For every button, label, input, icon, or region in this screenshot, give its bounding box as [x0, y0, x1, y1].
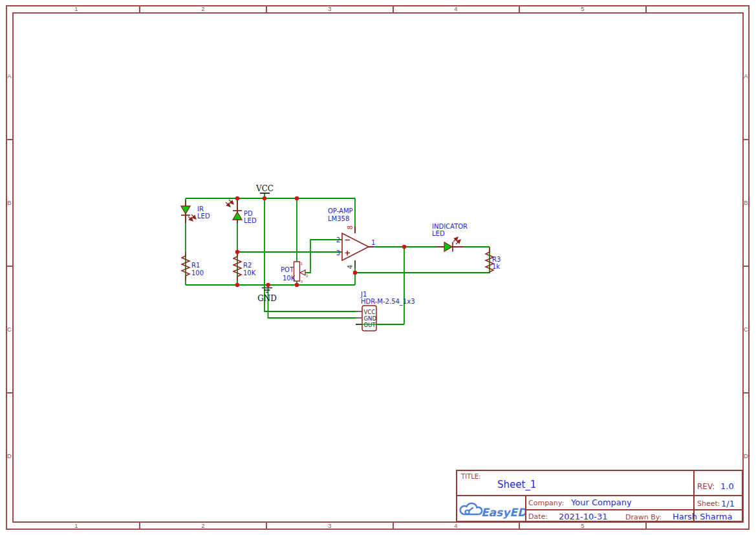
frame-column-labels: 1 2 3 4 5 1 2 3 4 5	[74, 5, 584, 529]
pot-pin3: 3	[301, 280, 303, 284]
ir-led-ref: IR	[197, 205, 204, 213]
cloud-icon	[460, 503, 482, 514]
pd-led-ref: PD	[244, 210, 253, 217]
sheet-value[interactable]: 1/1	[721, 499, 735, 509]
rev-value[interactable]: 1.0	[720, 481, 734, 491]
sheet-title[interactable]: Sheet_1	[497, 479, 536, 490]
opamp-ref: OP-AMP	[328, 207, 353, 215]
drawn-by-label: Drawn By:	[625, 513, 662, 521]
frame-col-bottom: 2	[201, 522, 204, 529]
r2-ref: R2	[243, 262, 252, 269]
frame-col-top: 1	[74, 5, 78, 12]
divider	[525, 495, 526, 521]
j1-value: HDR-M-2.54_1x3	[361, 298, 415, 306]
pd-led[interactable]: PD LED	[226, 200, 257, 224]
frame-row-left: A	[7, 72, 12, 79]
r3-value: 1k	[492, 263, 500, 270]
frame-col-bottom: 1	[74, 522, 78, 529]
schematic-canvas[interactable]: 1 2 3 4 5 1 2 3 4 5 A B C D A B C D	[0, 0, 756, 535]
ir-led-value: LED	[197, 213, 210, 220]
gnd-label: GND	[257, 294, 277, 303]
pin-stubs	[186, 200, 464, 324]
opamp-pin3: 3	[336, 249, 340, 257]
date-value[interactable]: 2021-10-31	[559, 512, 608, 521]
frame-row-right: B	[744, 199, 748, 206]
vcc-label: VCC	[255, 184, 274, 193]
frame-col-bottom: 3	[328, 522, 331, 529]
opamp-pin8: 8	[347, 226, 354, 229]
frame-col-top: 4	[454, 5, 457, 12]
j1-ref: J1	[360, 291, 367, 298]
schematic-sheet: 1 2 3 4 5 1 2 3 4 5 A B C D A B C D	[0, 0, 756, 535]
r2-value: 10K	[243, 269, 256, 277]
date-label: Date:	[528, 512, 548, 521]
opamp-lm358[interactable]: OP-AMP LM358 2 3 1 8 4	[328, 207, 375, 269]
rev-label: REV:	[697, 482, 715, 491]
indicator-led-value: LED	[432, 230, 445, 237]
sheet-frame	[6, 6, 749, 529]
logo-text: EasyEDA	[481, 506, 525, 519]
divider	[525, 509, 742, 510]
wire-gnd-to-j1	[268, 285, 356, 318]
frame-row-labels: A B C D A B C D	[7, 72, 748, 459]
frame-row-left: C	[7, 326, 12, 333]
j1-pin-vcc: VCC	[364, 309, 376, 315]
opamp-pin2: 2	[336, 236, 340, 244]
frame-row-right: D	[744, 452, 748, 459]
company-value[interactable]: Your Company	[571, 498, 632, 507]
title-block: TITLE: Sheet_1 REV: 1.0 Company: Your Co…	[456, 470, 743, 522]
r3-ref: R3	[492, 256, 501, 263]
receive-arrows-icon	[226, 200, 233, 207]
frame-col-bottom: 5	[581, 522, 584, 529]
pot-ref: POT	[281, 266, 294, 273]
vcc-net-flag[interactable]: VCC	[255, 184, 274, 193]
frame-row-left: D	[7, 452, 12, 459]
company-label: Company:	[528, 499, 564, 507]
gnd-net-flag[interactable]: GND	[257, 288, 277, 304]
frame-row-right: A	[744, 72, 748, 79]
easyeda-logo: EasyEDA	[459, 498, 525, 521]
sheet-label: Sheet:	[697, 499, 720, 508]
opamp-pin4: 4	[347, 265, 354, 269]
resistor-r3[interactable]: R3 1k	[486, 248, 501, 273]
j1-pin-gnd: GND	[364, 315, 377, 322]
junction-dots	[235, 196, 406, 287]
frame-col-bottom: 4	[454, 522, 457, 529]
emit-arrows-icon	[453, 237, 460, 244]
indicator-led-ref: INDICATOR	[432, 223, 468, 230]
frame-row-left: B	[7, 199, 11, 206]
r1-ref: R1	[191, 262, 200, 269]
opamp-value: LM358	[328, 215, 349, 222]
frame-col-top: 3	[328, 5, 331, 12]
frame-col-top: 5	[581, 5, 584, 12]
pot-pin2: 2	[306, 274, 308, 278]
opamp-pin1: 1	[371, 239, 375, 246]
frame-row-right: C	[744, 326, 748, 333]
pot-value: 10K	[283, 275, 296, 282]
pd-led-value: LED	[244, 217, 257, 224]
potentiometer[interactable]: 1 2 3 POT 10K	[281, 262, 308, 284]
drawn-by-value[interactable]: Harsh Sharma	[673, 512, 732, 521]
pot-pin1: 1	[301, 262, 303, 266]
r1-value: 100	[191, 269, 204, 277]
frame-col-top: 2	[201, 5, 204, 12]
divider	[457, 495, 742, 496]
title-label: TITLE:	[461, 473, 481, 480]
